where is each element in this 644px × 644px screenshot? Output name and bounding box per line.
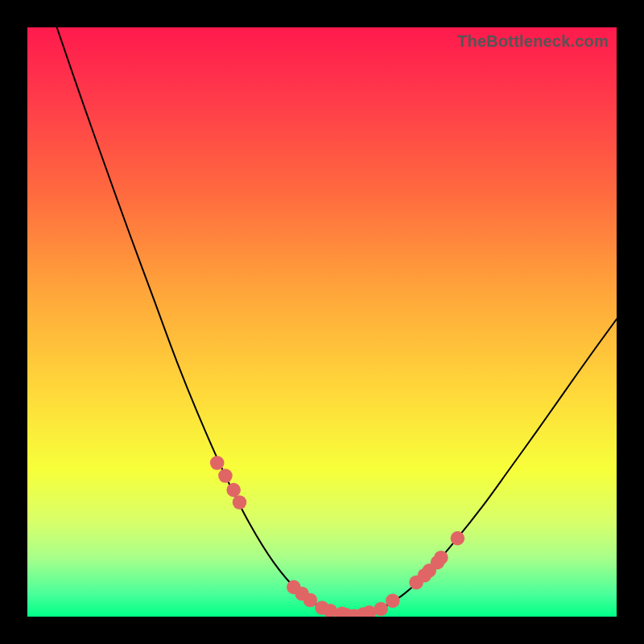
chart-svg xyxy=(27,27,617,617)
marker-dot xyxy=(303,593,318,608)
marker-dot xyxy=(218,469,233,483)
series-curve-left xyxy=(57,27,355,616)
marker-dot xyxy=(233,495,247,510)
marker-dot xyxy=(210,456,225,470)
marker-dot xyxy=(374,602,388,617)
marker-layer xyxy=(210,456,464,617)
marker-dot xyxy=(434,551,448,565)
curve-layer xyxy=(57,27,617,616)
series-curve-right xyxy=(354,319,617,616)
chart-frame: TheBottleneck.com xyxy=(0,0,644,644)
marker-dot xyxy=(362,605,377,617)
marker-dot xyxy=(451,531,465,546)
plot-area: TheBottleneck.com xyxy=(27,27,617,617)
marker-dot xyxy=(226,483,241,497)
marker-dot xyxy=(386,593,400,608)
